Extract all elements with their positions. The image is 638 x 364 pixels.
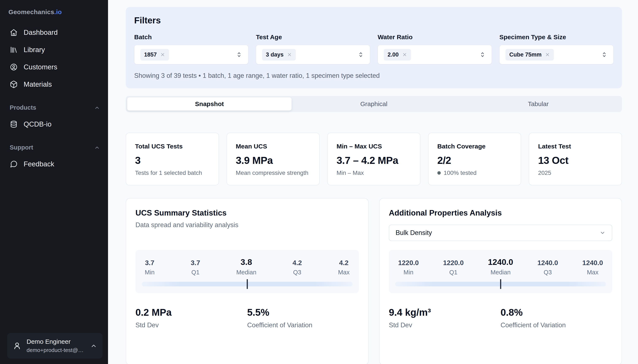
filter-grid: Batch 1857 Test Age [134,34,613,64]
quartile-label: Median [488,269,513,276]
support-section-items: Feedback [7,156,103,172]
filter-water-ratio: Water Ratio 2.00 [378,34,492,64]
sidebar-item-dashboard[interactable]: Dashboard [7,25,103,40]
stat-title: Latest Test [538,143,613,150]
quartile-value: 1240.0 [582,259,603,267]
products-section-header[interactable]: Products [7,104,103,111]
stat-value: 3.7 – 4.2 MPa [337,154,411,166]
quartile-col-min: 3.7 Min [145,258,155,276]
chevron-down-icon [599,230,605,236]
median-tick [247,279,248,289]
chevrons-up-down-icon [479,52,486,58]
stat-subtext: 100% tested [437,170,512,176]
stat-subtext: Tests for 1 selected batch [135,170,210,176]
tab-snapshot[interactable]: Snapshot [127,98,292,110]
sidebar-nav: Dashboard Library Customers Materials [7,25,103,92]
stat-card-min-max-ucs: Min – Max UCS 3.7 – 4.2 MPa Min – Max [327,133,420,185]
cv-label: Coefficient of Variation [247,322,359,329]
filters-title: Filters [134,16,613,26]
quartile-col-q3: 1240.0 Q3 [537,258,558,276]
quartile-col-q1: 1220.0 Q1 [443,258,464,276]
batch-select[interactable]: 1857 [134,45,248,64]
filter-label: Water Ratio [378,34,492,41]
sidebar-item-feedback[interactable]: Feedback [7,156,103,172]
chevron-up-icon [90,342,97,349]
app-logo-suffix: .io [54,8,62,16]
water-ratio-select[interactable]: 2.00 [378,45,492,64]
panel-additional-properties: Additional Properties Analysis Bulk Dens… [379,198,622,364]
filter-chip[interactable]: 1857 [140,49,169,60]
quartile-label: Min [145,269,155,276]
sidebar-item-materials[interactable]: Materials [7,77,103,92]
filter-chip[interactable]: 2.00 [384,49,411,60]
panel-title: UCS Summary Statistics [136,208,359,218]
filter-chip[interactable]: 3 days [262,49,296,60]
quartile-label: Q3 [537,269,558,276]
stddev-value: 9.4 kg/m³ [389,307,501,318]
sidebar-item-library[interactable]: Library [7,42,103,57]
sidebar-item-label: Library [24,46,45,54]
quartile-col-median: 3.8 Median [236,258,256,276]
chevrons-up-down-icon [601,52,607,58]
quartile-value: 1240.0 [488,258,513,267]
quartile-row: 1220.0 Min 1220.0 Q1 1240.0 Median 1240.… [395,258,606,276]
quartile-label: Q1 [443,269,464,276]
products-section-title: Products [10,104,36,111]
user-menu[interactable]: Demo Engineer demo+product-test@… [7,333,103,358]
stat-title: Batch Coverage [437,143,512,150]
support-section-title: Support [10,144,33,151]
quartile-value: 4.2 [292,259,302,267]
property-select-value: Bulk Density [396,229,432,236]
chip-remove-icon[interactable] [287,52,292,57]
filter-specimen: Specimen Type & Size Cube 75mm [499,34,613,64]
chip-value: Cube 75mm [509,52,541,58]
panel-ucs-summary: UCS Summary Statistics Data spread and v… [126,198,369,364]
stddev-block: 9.4 kg/m³ Std Dev [389,307,501,329]
stddev-label: Std Dev [389,322,501,329]
quartile-strip: 3.7 Min 3.7 Q1 3.8 Median 4.2 Q3 [136,250,359,293]
filter-batch: Batch 1857 [134,34,248,64]
stat-value: 3 [135,154,210,166]
property-select[interactable]: Bulk Density [389,224,612,241]
variability-row: 0.2 MPa Std Dev 5.5% Coefficient of Vari… [136,307,359,329]
products-section-items: QCDB-io [7,116,103,132]
user-email: demo+product-test@… [27,347,84,354]
quartile-value: 1220.0 [443,259,464,267]
quartile-col-median: 1240.0 Median [488,258,513,276]
chevrons-up-down-icon [358,52,364,58]
home-icon [10,28,18,36]
quartile-value: 1240.0 [537,259,558,267]
chip-remove-icon[interactable] [160,52,165,57]
cv-block: 0.8% Coefficient of Variation [501,307,612,329]
app-logo-name: Geomechanics [9,8,54,16]
quartile-col-max: 1240.0 Max [582,258,603,276]
quartile-label: Max [582,269,603,276]
stat-card-total-tests: Total UCS Tests 3 Tests for 1 selected b… [126,133,219,185]
stat-subtext-label: 100% tested [444,170,477,176]
chevron-up-icon [94,145,100,150]
quartile-col-min: 1220.0 Min [398,258,419,276]
test-age-select[interactable]: 3 days [256,45,370,64]
filter-chip[interactable]: Cube 75mm [505,49,554,60]
tab-tabular[interactable]: Tabular [456,98,620,110]
quartile-label: Min [398,269,419,276]
specimen-select[interactable]: Cube 75mm [499,45,613,64]
chip-remove-icon[interactable] [402,52,407,57]
cv-label: Coefficient of Variation [501,322,612,329]
support-section-header[interactable]: Support [7,144,103,151]
quartile-label: Q3 [292,269,302,276]
filters-panel: Filters Batch 1857 Test Age [126,7,622,88]
quartile-value: 3.7 [145,259,155,267]
quartile-col-q3: 4.2 Q3 [292,258,302,276]
stddev-label: Std Dev [136,322,247,329]
panel-title: Additional Properties Analysis [389,208,612,218]
tab-graphical[interactable]: Graphical [292,98,456,110]
chip-remove-icon[interactable] [545,52,550,57]
sidebar-item-qcdb-io[interactable]: QCDB-io [7,116,103,132]
range-bar [142,282,353,286]
stat-subtext: 2025 [538,170,613,176]
quartile-row: 3.7 Min 3.7 Q1 3.8 Median 4.2 Q3 [142,258,353,276]
sidebar-item-customers[interactable]: Customers [7,60,103,75]
quartile-col-q1: 3.7 Q1 [191,258,200,276]
stat-title: Mean UCS [236,143,311,150]
